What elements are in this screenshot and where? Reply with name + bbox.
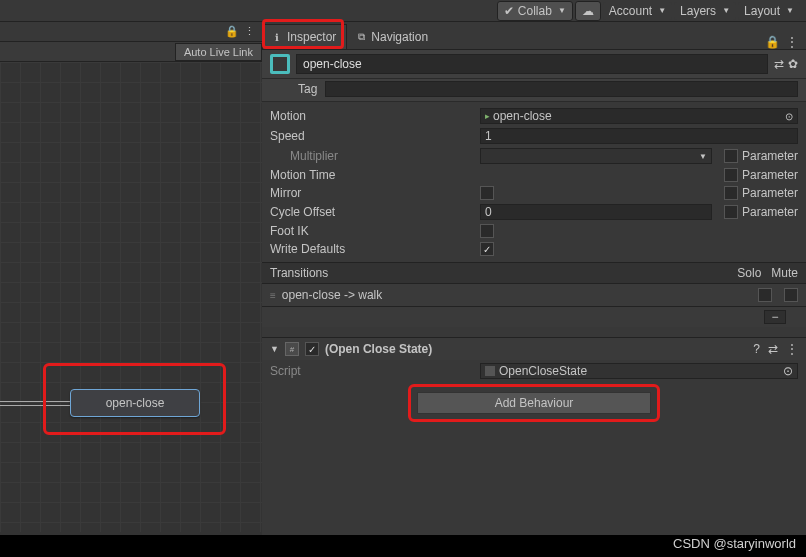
multiplier-label: Multiplier	[270, 149, 480, 163]
motion-value: open-close	[493, 109, 785, 123]
help-icon[interactable]: ?	[753, 342, 760, 356]
tag-label: Tag	[298, 82, 317, 96]
cycle-offset-label: Cycle Offset	[270, 205, 480, 219]
cycle-offset-input[interactable]: 0	[480, 204, 712, 220]
object-picker-icon[interactable]: ⊙	[783, 364, 793, 378]
transitions-header: Transitions Solo Mute	[262, 262, 806, 284]
multiplier-param-checkbox[interactable]	[724, 149, 738, 163]
script-label: Script	[270, 364, 480, 378]
transitions-label: Transitions	[270, 266, 328, 280]
watermark: CSDN @staryinworld	[673, 536, 796, 551]
add-behaviour-button[interactable]: Add Behaviour	[417, 392, 651, 414]
panel-lock-icon[interactable]: 🔒	[765, 35, 780, 49]
tab-label: Navigation	[371, 30, 428, 44]
cloud-button[interactable]: ☁	[575, 1, 601, 21]
motion-field[interactable]: ▸open-close⊙	[480, 108, 798, 124]
script-icon: #	[285, 342, 299, 356]
state-machine-icon	[270, 54, 290, 74]
speed-input[interactable]: 1	[480, 128, 798, 144]
multiplier-dropdown[interactable]: ▼	[480, 148, 712, 164]
transition-row[interactable]: ≡ open-close -> walk	[262, 284, 806, 307]
write-defaults-label: Write Defaults	[270, 242, 480, 256]
transition-label: open-close -> walk	[282, 288, 382, 302]
foot-ik-checkbox[interactable]	[480, 224, 494, 238]
parameter-label: Parameter	[742, 186, 798, 200]
remove-transition-button[interactable]: −	[764, 310, 786, 324]
panel-menu-icon[interactable]: ⋮	[786, 35, 798, 49]
speed-label: Speed	[270, 129, 480, 143]
navigation-icon: ⧉	[355, 31, 367, 43]
highlight-annotation	[43, 363, 226, 435]
mirror-checkbox[interactable]	[480, 186, 494, 200]
panel-tabs: ℹ Inspector ⧉ Navigation 🔒 ⋮	[262, 22, 806, 50]
inspector-panel: ℹ Inspector ⧉ Navigation 🔒 ⋮ ⇄ ✿ Tag	[262, 22, 806, 535]
parameter-label: Parameter	[742, 168, 798, 182]
drag-handle-icon[interactable]: ≡	[270, 290, 276, 301]
transition-solo-checkbox[interactable]	[758, 288, 772, 302]
component-menu-icon[interactable]: ⋮	[786, 342, 798, 356]
script-file-icon	[485, 366, 495, 376]
animator-panel: 🔒 ⋮ Auto Live Link open-close	[0, 22, 262, 535]
script-component-header[interactable]: ▼ # ✓ (Open Close State) ? ⇄ ⋮	[262, 337, 806, 360]
tag-input[interactable]	[325, 81, 798, 97]
panel-lock-icon[interactable]: 🔒 ⋮	[225, 25, 256, 38]
play-icon: ▸	[485, 111, 490, 121]
cloud-icon: ☁	[582, 4, 594, 18]
foot-ik-label: Foot IK	[270, 224, 480, 238]
component-title: (Open Close State)	[325, 342, 432, 356]
animator-graph[interactable]: open-close	[0, 62, 262, 532]
mute-label: Mute	[771, 266, 798, 280]
layout-dropdown[interactable]: Layout▼	[738, 2, 800, 20]
motion-label: Motion	[270, 109, 480, 123]
motion-time-param-checkbox[interactable]	[724, 168, 738, 182]
object-header: ⇄ ✿	[262, 50, 806, 79]
parameter-label: Parameter	[742, 205, 798, 219]
script-field[interactable]: OpenCloseState ⊙	[480, 363, 798, 379]
transition-mute-checkbox[interactable]	[784, 288, 798, 302]
preset-icon[interactable]: ⇄	[774, 57, 784, 71]
mirror-label: Mirror	[270, 186, 480, 200]
highlight-annotation	[262, 19, 344, 49]
solo-label: Solo	[737, 266, 761, 280]
object-name-input[interactable]	[296, 54, 768, 74]
parameter-label: Parameter	[742, 149, 798, 163]
tab-navigation[interactable]: ⧉ Navigation	[347, 25, 438, 49]
preset-icon[interactable]: ⇄	[768, 342, 778, 356]
top-toolbar: ✔Collab▼ ☁ Account▼ Layers▼ Layout▼	[0, 0, 806, 22]
foldout-icon[interactable]: ▼	[270, 344, 279, 354]
account-dropdown[interactable]: Account▼	[603, 2, 672, 20]
collab-dropdown[interactable]: ✔Collab▼	[497, 1, 573, 21]
motion-time-label: Motion Time	[270, 168, 480, 182]
mirror-param-checkbox[interactable]	[724, 186, 738, 200]
write-defaults-checkbox[interactable]: ✓	[480, 242, 494, 256]
gear-icon[interactable]: ✿	[788, 57, 798, 71]
cycle-offset-param-checkbox[interactable]	[724, 205, 738, 219]
component-enabled-checkbox[interactable]: ✓	[305, 342, 319, 356]
script-value: OpenCloseState	[499, 364, 587, 378]
object-picker-icon[interactable]: ⊙	[785, 111, 793, 122]
auto-live-link-button[interactable]: Auto Live Link	[175, 43, 262, 61]
layers-dropdown[interactable]: Layers▼	[674, 2, 736, 20]
